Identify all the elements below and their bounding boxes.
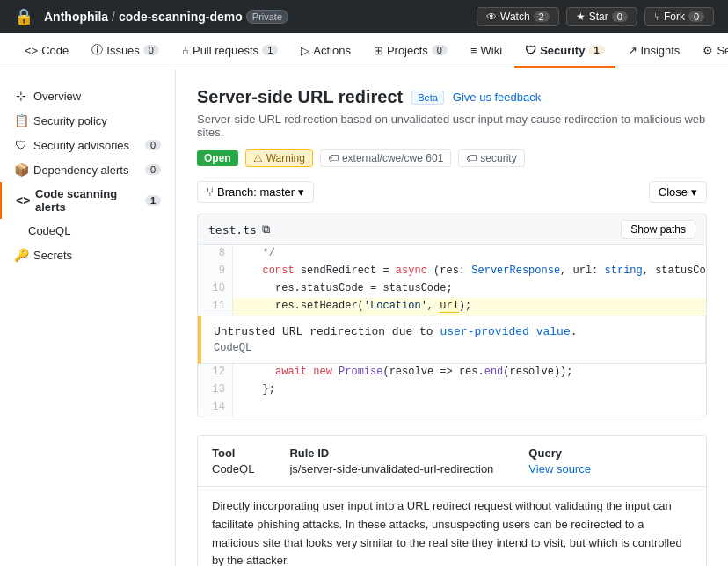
beta-badge: Beta xyxy=(411,91,444,105)
alert-subtitle: Server-side URL redirection based on unv… xyxy=(197,112,707,139)
code-scanning-icon: <> xyxy=(16,193,30,207)
eye-icon: 👁 xyxy=(486,11,497,23)
tool-label: Tool xyxy=(212,446,254,460)
repo-name[interactable]: code-scanning-demo xyxy=(119,10,243,24)
security-icon: 🛡 xyxy=(525,44,536,57)
tag-security[interactable]: 🏷 security xyxy=(458,149,524,167)
query-col: Query View source xyxy=(528,446,591,475)
pulls-icon: ⑃ xyxy=(182,44,189,57)
issues-icon: ⓘ xyxy=(91,42,103,58)
show-paths-button[interactable]: Show paths xyxy=(621,220,695,239)
policy-icon: 📋 xyxy=(14,113,28,127)
top-header: 🔒 Anthophila / code-scanning-demo Privat… xyxy=(0,0,728,33)
tag-security-label: security xyxy=(480,152,516,164)
star-label: Star xyxy=(589,11,608,23)
github-logo-icon: 🔒 xyxy=(14,7,33,26)
org-name[interactable]: Anthophila xyxy=(44,10,108,24)
private-badge: Private xyxy=(246,10,288,24)
tag-cwe-label: external/cwe/cwe 601 xyxy=(342,152,443,164)
sidebar-dependency-label: Dependency alerts xyxy=(33,163,128,177)
star-button[interactable]: ★ Star 0 xyxy=(566,7,637,26)
alert-box-tool: CodeQL xyxy=(214,342,693,354)
warning-label: Warning xyxy=(266,152,305,164)
main-layout: ⊹ Overview 📋 Security policy 🛡 Security … xyxy=(0,69,728,566)
watch-button[interactable]: 👁 Watch 2 xyxy=(477,7,559,26)
open-badge: Open xyxy=(197,150,238,166)
line-num-13: 13 xyxy=(198,381,233,399)
header-actions: 👁 Watch 2 ★ Star 0 ⑂ Fork 0 xyxy=(477,7,714,26)
filename-text: test.ts xyxy=(208,223,257,236)
sidebar-item-advisories[interactable]: 🛡 Security advisories 0 xyxy=(0,133,175,157)
sidebar-item-overview[interactable]: ⊹ Overview xyxy=(0,83,175,108)
star-count: 0 xyxy=(612,11,628,22)
repo-path: Anthophila / code-scanning-demo Private xyxy=(44,10,288,24)
query-label: Query xyxy=(528,446,591,460)
close-button[interactable]: Close ▾ xyxy=(649,181,707,203)
feedback-link[interactable]: Give us feedback xyxy=(453,91,541,104)
branch-icon: ⑂ xyxy=(207,185,214,199)
sidebar-item-codeql[interactable]: CodeQL xyxy=(0,219,175,243)
branch-selector[interactable]: ⑂ Branch: master ▾ xyxy=(197,181,314,203)
tab-pulls-label: Pull requests xyxy=(193,44,258,57)
advisories-count: 0 xyxy=(145,140,161,150)
tab-code-label: Code xyxy=(41,44,69,57)
alert-box-text: Untrusted URL redirection due to user-pr… xyxy=(214,325,693,338)
sidebar-secrets-label: Secrets xyxy=(33,249,72,262)
tag-cwe[interactable]: 🏷 external/cwe/cwe 601 xyxy=(320,149,451,167)
alert-title: Server-side URL redirect xyxy=(197,87,403,107)
pulls-count: 1 xyxy=(262,45,278,55)
alert-title-row: Server-side URL redirect Beta Give us fe… xyxy=(197,87,707,107)
sidebar-item-secrets[interactable]: 🔑 Secrets xyxy=(0,243,175,267)
insights-icon: ↗ xyxy=(628,44,637,57)
alert-inline-box: Untrusted URL redirection due to user-pr… xyxy=(198,316,706,364)
alert-text2: . xyxy=(571,325,578,338)
branch-label: Branch: master xyxy=(217,185,295,199)
line-code-14 xyxy=(233,399,706,417)
copy-icon[interactable]: ⧉ xyxy=(262,222,270,236)
code-line-10: 10 res.statusCode = statusCode; xyxy=(198,280,706,298)
tab-issues[interactable]: ⓘ Issues 0 xyxy=(81,33,170,69)
close-label: Close xyxy=(659,185,688,199)
code-filename: test.ts ⧉ xyxy=(208,222,270,236)
tab-actions[interactable]: ▷ Actions xyxy=(290,35,361,68)
fork-label: Fork xyxy=(664,11,685,23)
line-num-9: 9 xyxy=(198,263,233,280)
tool-header: Tool CodeQL Rule ID js/server-side-unval… xyxy=(198,436,706,487)
tab-settings[interactable]: ⚙ Settings xyxy=(692,35,728,68)
code-line-12: 12 await new Promise(resolve => res.end(… xyxy=(198,364,706,381)
sidebar-overview-label: Overview xyxy=(33,90,81,103)
line-num-12: 12 xyxy=(198,364,233,381)
tab-pulls[interactable]: ⑃ Pull requests 1 xyxy=(171,35,288,68)
tab-settings-label: Settings xyxy=(717,44,728,57)
nav-tabs: <> Code ⓘ Issues 0 ⑃ Pull requests 1 ▷ A… xyxy=(0,33,728,69)
tab-insights[interactable]: ↗ Insights xyxy=(617,35,691,68)
view-source-link[interactable]: View source xyxy=(528,462,591,475)
line-code-10: res.statusCode = statusCode; xyxy=(233,280,706,298)
tab-wiki[interactable]: ≡ Wiki xyxy=(460,35,513,68)
sidebar-advisories-label: Security advisories xyxy=(33,139,129,152)
issues-count: 0 xyxy=(143,45,159,55)
alert-user-value-link[interactable]: user-provided value xyxy=(440,325,570,338)
secrets-icon: 🔑 xyxy=(14,248,28,262)
tab-security[interactable]: 🛡 Security 1 xyxy=(514,35,615,68)
branch-close-row: ⑂ Branch: master ▾ Close ▾ xyxy=(197,181,707,203)
tab-code[interactable]: <> Code xyxy=(14,35,79,68)
code-line-9: 9 const sendRedirect = async (res: Serve… xyxy=(198,263,706,280)
sidebar-item-security-policy[interactable]: 📋 Security policy xyxy=(0,108,175,133)
code-header: test.ts ⧉ Show paths xyxy=(197,214,707,244)
tab-wiki-label: Wiki xyxy=(481,44,503,57)
ruleid-val: js/server-side-unvalidated-url-redirecti… xyxy=(289,462,493,475)
tab-projects[interactable]: ⊞ Projects 0 xyxy=(363,35,458,68)
sidebar-item-dependency[interactable]: 📦 Dependency alerts 0 xyxy=(0,157,175,182)
watch-label: Watch xyxy=(500,11,530,23)
sidebar-item-code-scanning[interactable]: <> Code scanning alerts 1 xyxy=(0,182,175,219)
projects-count: 0 xyxy=(432,45,448,55)
code-block: 8 */ 9 const sendRedirect = async (res: … xyxy=(197,244,707,417)
overview-icon: ⊹ xyxy=(14,89,28,103)
fork-count: 0 xyxy=(688,11,704,22)
sidebar-codeql-label: CodeQL xyxy=(28,224,70,237)
code-line-14: 14 xyxy=(198,399,706,417)
fork-button[interactable]: ⑂ Fork 0 xyxy=(644,7,714,26)
wiki-icon: ≡ xyxy=(470,44,477,57)
tag-icon: 🏷 xyxy=(328,152,339,164)
